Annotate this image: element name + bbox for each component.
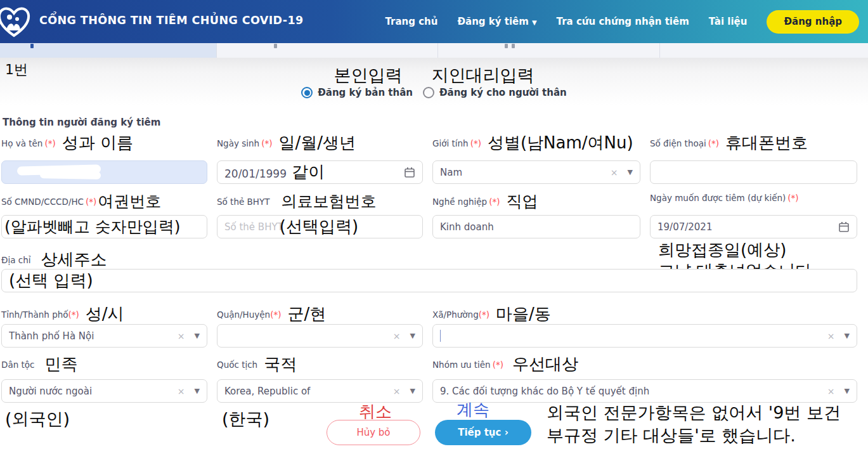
job-label: Nghề nghiệp(*) 직업 xyxy=(432,191,538,212)
priority-select[interactable]: 9. Các đối tượng khác do Bộ Y tế quyết đ… xyxy=(432,379,857,403)
calendar-icon[interactable] xyxy=(404,167,415,178)
continue-button[interactable]: Tiếp tục › xyxy=(435,420,531,445)
text-cursor xyxy=(440,330,441,342)
nav-documents[interactable]: Tài liệu xyxy=(709,16,748,27)
cancel-button[interactable]: Hủy bỏ xyxy=(327,420,420,445)
footnote-line-2: 부규정 기타 대상들'로 했습니다. xyxy=(547,424,796,447)
calendar-icon[interactable] xyxy=(838,221,850,233)
insurance-label: Số thẻ BHYT 의료보험번호 xyxy=(217,191,376,212)
registration-type-radios: Đăng ký bản thân Đăng ký cho người thân xyxy=(0,87,868,98)
main-nav: Trang chủ Đăng ký tiêm▼ Tra cứu chứng nh… xyxy=(385,0,859,43)
address-annotation: 상세주소 xyxy=(41,249,107,271)
step-text-fragment xyxy=(512,44,515,48)
ward-annotation: 마을/동 xyxy=(496,303,551,325)
section-title: Thông tin người đăng ký tiêm xyxy=(3,117,160,128)
nationality-select[interactable]: Korea, Republic of × ▼ xyxy=(217,379,423,403)
district-select[interactable]: × ▼ xyxy=(217,324,423,348)
nav-certificate-lookup[interactable]: Tra cứu chứng nhận tiêm xyxy=(557,16,689,27)
nav-register[interactable]: Đăng ký tiêm▼ xyxy=(457,16,536,27)
priority-label: Nhóm ưu tiên(*) 우선대상 xyxy=(432,353,578,375)
login-button[interactable]: Đăng nhập xyxy=(767,10,859,34)
gender-label: Giới tính(*) 성별(남Nam/여Nu) xyxy=(432,132,633,154)
insurance-annotation: 의료보험번호 xyxy=(281,191,376,212)
phone-annotation: 휴대폰번호 xyxy=(725,132,808,154)
job-input[interactable]: Kinh doanh xyxy=(432,215,640,238)
clear-icon[interactable]: × xyxy=(393,331,401,341)
id-number-label: Số CMND/CCCD/HC(*) 여권번호 xyxy=(1,191,161,212)
dob-annotation: 일/월/생년 xyxy=(278,132,356,154)
address-label: Địa chỉ 상세주소 xyxy=(1,249,107,271)
address-input[interactable]: (선택 입력) xyxy=(1,269,857,292)
name-annotation: 성과 이름 xyxy=(62,132,133,154)
phone-input[interactable] xyxy=(650,160,857,184)
continue-annotation: 계속 xyxy=(457,399,489,421)
province-select[interactable]: Thành phố Hà Nội × ▼ xyxy=(1,324,207,348)
chevron-right-icon: › xyxy=(505,427,508,438)
nav-home[interactable]: Trang chủ xyxy=(385,16,437,27)
ward-select[interactable]: × ▼ xyxy=(432,324,857,348)
name-label: Họ và tên(*) 성과 이름 xyxy=(1,132,133,154)
ethnicity-select[interactable]: Người nước ngoài × ▼ xyxy=(1,379,207,403)
radio-register-self[interactable]: Đăng ký bản thân xyxy=(301,87,413,98)
clear-icon[interactable]: × xyxy=(827,386,835,396)
province-label: Tỉnh/Thành phố(*) 성/시 xyxy=(1,303,124,325)
chevron-down-icon[interactable]: ▼ xyxy=(410,332,415,340)
annotation-input-modes: 본인입력 지인대리입력 xyxy=(0,64,868,87)
phone-label: Số điện thoại(*) 휴대폰번호 xyxy=(650,132,808,154)
name-input[interactable] xyxy=(1,160,207,184)
step-text-fragment xyxy=(505,44,508,48)
dob-overlay-annotation: 같이 xyxy=(292,162,325,181)
vaccine-date-input[interactable]: 19/07/2021 xyxy=(650,215,857,238)
province-annotation: 성/시 xyxy=(86,303,124,325)
clear-icon[interactable]: × xyxy=(827,331,835,341)
dob-label: Ngày sinh(*) 일/월/생년 xyxy=(217,132,356,154)
nationality-annotation: 국적 xyxy=(264,353,297,375)
insurance-placeholder: Số thẻ BHYT xyxy=(224,221,283,233)
address-overlay-annotation: (선택 입력) xyxy=(9,270,93,292)
step-segment-2[interactable] xyxy=(217,43,438,58)
id-number-input[interactable]: (알파벳빼고 숫자만입력) xyxy=(1,215,207,238)
step-segment-4[interactable] xyxy=(660,43,868,58)
radio-register-family[interactable]: Đăng ký cho người thân xyxy=(423,87,567,98)
step-segment-1[interactable] xyxy=(0,43,217,58)
radio-unselected-icon xyxy=(423,87,434,98)
id-number-annotation: 여권번호 xyxy=(98,191,161,212)
clear-icon[interactable]: × xyxy=(393,386,401,396)
ethnicity-label: Dân tộc 민족 xyxy=(1,353,78,375)
step-text-fragment xyxy=(274,44,277,48)
annotation-proxy-input: 지인대리입력 xyxy=(432,64,534,87)
gender-select[interactable]: Nam × ▼ xyxy=(432,160,640,184)
district-annotation: 군/현 xyxy=(287,303,326,325)
gender-annotation: 성별(남Nam/여Nu) xyxy=(488,132,633,154)
step-segment-3[interactable] xyxy=(438,43,660,58)
priority-annotation: 우선대상 xyxy=(512,353,578,375)
chevron-down-icon[interactable]: ▼ xyxy=(845,387,850,395)
insurance-input[interactable]: Số thẻ BHYT (선택입력) xyxy=(217,215,423,238)
vaccination-registration-page: CỔNG THÔNG TIN TIÊM CHỦNG COVID-19 Trang… xyxy=(0,0,868,449)
clear-icon[interactable]: × xyxy=(178,386,185,396)
nationality-label: Quốc tịch 국적 xyxy=(217,353,297,375)
stepper-strip xyxy=(0,43,868,58)
job-annotation: 직업 xyxy=(506,191,538,212)
ethnicity-note-annotation: (외국인) xyxy=(5,408,70,431)
chevron-down-icon[interactable]: ▼ xyxy=(410,387,415,395)
chevron-down-icon[interactable]: ▼ xyxy=(195,332,200,340)
top-header-bar: CỔNG THÔNG TIN TIÊM CHỦNG COVID-19 Trang… xyxy=(0,0,868,43)
clear-icon[interactable]: × xyxy=(178,331,185,341)
vaccine-date-annotation-1: 희망접종일(예상) xyxy=(658,239,786,261)
clear-icon[interactable]: × xyxy=(611,167,618,178)
chevron-down-icon[interactable]: ▼ xyxy=(628,168,633,176)
portal-title: CỔNG THÔNG TIN TIÊM CHỦNG COVID-19 xyxy=(39,14,304,27)
step-text-fragment xyxy=(30,44,34,48)
dob-input[interactable]: 20/01/1999같이 xyxy=(217,160,423,184)
insurance-overlay-annotation: (선택입력) xyxy=(280,216,358,238)
nationality-note-annotation: (한국) xyxy=(222,408,269,431)
id-number-overlay-annotation: (알파벳빼고 숫자만입력) xyxy=(4,216,180,237)
chevron-down-icon[interactable]: ▼ xyxy=(195,387,200,395)
footnote-line-1: 외국인 전문가항목은 없어서 '9번 보건 xyxy=(547,401,841,424)
chevron-down-icon: ▼ xyxy=(532,19,537,26)
chevron-down-icon[interactable]: ▼ xyxy=(845,332,850,340)
vaccine-date-label: Ngày muốn được tiêm (dự kiến)(*) xyxy=(650,193,799,203)
heart-logo-icon xyxy=(0,5,32,38)
privacy-scribble xyxy=(40,171,101,179)
